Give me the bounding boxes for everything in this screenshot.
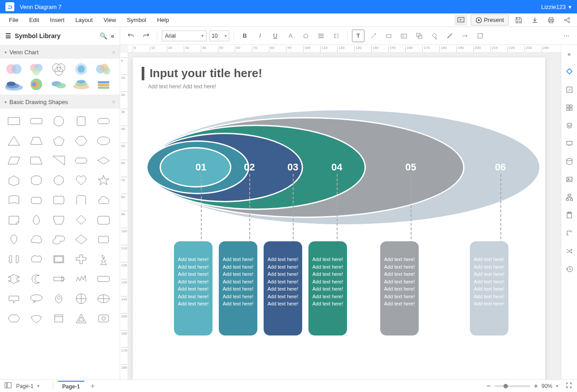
- save-icon[interactable]: [512, 15, 525, 26]
- italic-button[interactable]: I: [254, 30, 266, 42]
- collapse-panel-icon[interactable]: «: [563, 48, 576, 60]
- basic-shape[interactable]: [93, 112, 114, 130]
- tree-panel-icon[interactable]: [563, 191, 576, 204]
- data-panel-icon[interactable]: [563, 155, 576, 168]
- basic-shape[interactable]: [71, 132, 91, 150]
- image-panel-icon[interactable]: [563, 173, 576, 186]
- underline-button[interactable]: U: [269, 30, 282, 42]
- basic-shape[interactable]: [71, 211, 91, 229]
- user-menu[interactable]: Lizzie123 ▾: [541, 4, 572, 10]
- basic-shape[interactable]: [26, 112, 47, 130]
- text-card[interactable]: Add text here! Add text here! Add text h…: [174, 241, 213, 335]
- basic-shape[interactable]: [26, 270, 47, 288]
- basic-shape[interactable]: [48, 112, 69, 130]
- connector-line[interactable]: [201, 174, 202, 244]
- text-card[interactable]: Add text here! Add text here! Add text h…: [308, 241, 347, 335]
- font-color-button[interactable]: A: [284, 30, 297, 42]
- text-card[interactable]: Add text here! Add text here! Add text h…: [380, 241, 419, 335]
- basic-shape[interactable]: [48, 211, 69, 229]
- zoom-out-button[interactable]: −: [486, 382, 490, 390]
- connector-button[interactable]: [367, 30, 380, 42]
- clipboard-panel-icon[interactable]: [563, 209, 576, 222]
- basic-shape[interactable]: [71, 171, 91, 189]
- canvas[interactable]: Input your title here! Add text here! Ad…: [128, 53, 577, 379]
- redo-button[interactable]: [140, 30, 152, 42]
- close-section-icon[interactable]: ×: [112, 99, 115, 105]
- outline-icon[interactable]: [4, 382, 12, 390]
- text-tool-button[interactable]: T: [352, 30, 364, 42]
- text-card[interactable]: Add text here! Add text here! Add text h…: [219, 241, 257, 335]
- basic-shape[interactable]: [71, 231, 91, 248]
- basic-shape[interactable]: [4, 290, 24, 308]
- basic-shape[interactable]: [93, 250, 114, 268]
- basic-shape[interactable]: [4, 132, 24, 150]
- connector-line[interactable]: [337, 174, 338, 244]
- menu-layout[interactable]: Layout: [70, 17, 98, 23]
- basic-shape[interactable]: [4, 211, 24, 229]
- collapse-sidebar-icon[interactable]: «: [111, 32, 114, 39]
- ellipse-label[interactable]: 02: [244, 161, 255, 173]
- group-button[interactable]: [413, 30, 425, 42]
- nested-ellipses[interactable]: 010203040506: [146, 107, 541, 232]
- venn-chart-header[interactable]: ▾ Venn Chart ×: [0, 45, 120, 59]
- menu-file[interactable]: File: [4, 17, 24, 23]
- clear-format-button[interactable]: [474, 30, 486, 42]
- basic-shape[interactable]: [26, 231, 47, 248]
- basic-shape[interactable]: [93, 270, 114, 288]
- basic-shape[interactable]: [48, 250, 69, 268]
- venn-shape[interactable]: [4, 62, 24, 76]
- basic-shape[interactable]: [26, 132, 47, 150]
- basic-shape[interactable]: [26, 290, 47, 308]
- arrow-style-button[interactable]: [459, 30, 471, 42]
- basic-shape[interactable]: [4, 112, 24, 130]
- align-button[interactable]: [315, 30, 327, 42]
- fullscreen-button[interactable]: [565, 382, 573, 390]
- ellipse-label[interactable]: 06: [495, 161, 506, 173]
- share-icon[interactable]: [561, 15, 573, 26]
- ellipse-label[interactable]: 03: [287, 161, 298, 173]
- font-size-select[interactable]: 10▾: [209, 30, 229, 41]
- basic-shape[interactable]: [4, 309, 24, 327]
- print-icon[interactable]: [545, 15, 557, 26]
- basic-shape[interactable]: [93, 290, 114, 308]
- basic-shape[interactable]: [26, 309, 47, 327]
- present-button[interactable]: Present: [471, 14, 509, 26]
- connector-line[interactable]: [249, 174, 250, 244]
- basic-shape[interactable]: [93, 231, 114, 248]
- venn-shape[interactable]: [71, 62, 91, 76]
- basic-shape[interactable]: [71, 309, 91, 327]
- basic-shape[interactable]: [48, 290, 69, 308]
- menu-help[interactable]: Help: [152, 17, 174, 23]
- basic-shape[interactable]: [4, 152, 24, 170]
- highlight-button[interactable]: [299, 30, 312, 42]
- arrow-panel-icon[interactable]: [563, 227, 576, 240]
- style-panel-icon[interactable]: [563, 65, 576, 78]
- basic-shape[interactable]: [71, 270, 91, 288]
- shape-button[interactable]: [382, 30, 395, 42]
- history-panel-icon[interactable]: [563, 263, 576, 275]
- ellipse-label[interactable]: 05: [405, 161, 416, 173]
- basic-shape[interactable]: [93, 171, 114, 189]
- fill-button[interactable]: [428, 30, 441, 42]
- more-button[interactable]: ⋯: [560, 30, 573, 42]
- basic-shape[interactable]: [71, 290, 91, 308]
- basic-shape[interactable]: [71, 250, 91, 268]
- export-panel-icon[interactable]: [563, 83, 576, 96]
- basic-shape[interactable]: [4, 171, 24, 189]
- menu-insert[interactable]: Insert: [44, 17, 70, 23]
- basic-shape[interactable]: [71, 112, 91, 130]
- venn-shape[interactable]: [93, 62, 114, 76]
- venn-shape[interactable]: [48, 62, 69, 76]
- page-subtitle[interactable]: Add text here! Add text here!: [148, 83, 216, 90]
- basic-shape[interactable]: [26, 191, 47, 209]
- basic-shape[interactable]: [71, 191, 91, 209]
- basic-shape[interactable]: [4, 191, 24, 209]
- basic-shape[interactable]: [48, 152, 69, 170]
- basic-shape[interactable]: [26, 250, 47, 268]
- connector-line[interactable]: [293, 174, 294, 244]
- ellipse-label[interactable]: 01: [195, 161, 206, 173]
- basic-shape[interactable]: [93, 152, 114, 170]
- basic-shape[interactable]: [48, 309, 69, 327]
- venn-shape[interactable]: [48, 78, 69, 91]
- basic-shape[interactable]: [48, 270, 69, 288]
